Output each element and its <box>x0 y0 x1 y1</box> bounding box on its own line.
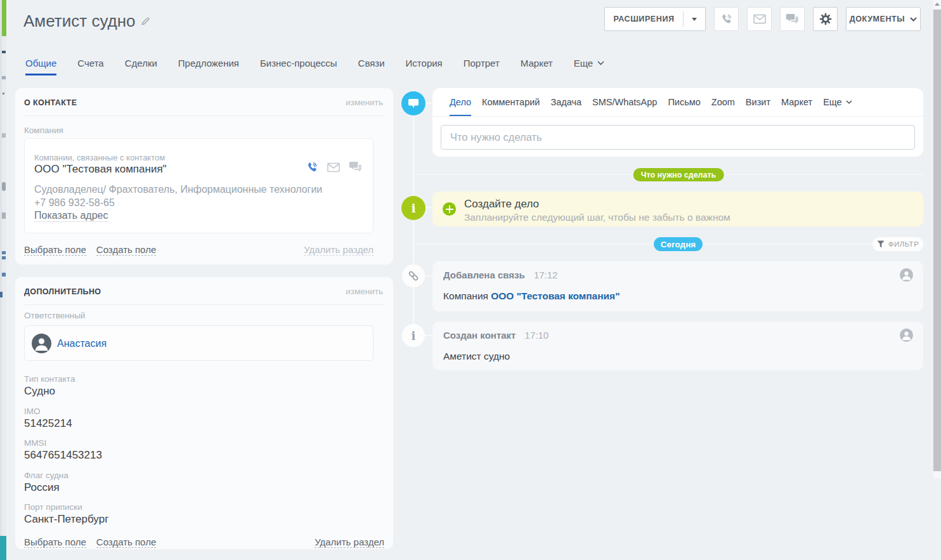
background-green-button-sliver <box>2 0 6 36</box>
background-page-edge-line <box>0 0 2 560</box>
company-contact-icons <box>306 161 362 173</box>
tab-label: Маркет <box>521 58 553 68</box>
tab-бизнес-процессы[interactable]: Бизнес-процессы <box>260 58 337 68</box>
timeline-entry-avatar <box>900 329 913 342</box>
create-activity-banner[interactable]: Создайте дело Запланируйте следующий шаг… <box>432 192 923 226</box>
composer-tab-дело[interactable]: Дело <box>450 88 471 116</box>
banner-subtitle: Запланируйте следующий шаг, чтобы не заб… <box>464 212 730 223</box>
timeline-entry-title: Добавлена связь <box>443 270 525 280</box>
composer-tab-визит[interactable]: Визит <box>746 88 770 116</box>
responsible-name-link[interactable]: Анастасия <box>57 338 107 349</box>
company-field-label: Компания <box>24 126 63 135</box>
info-i-glyph: i <box>412 329 416 342</box>
about-edit-link[interactable]: изменить <box>346 98 383 107</box>
field-label: Порт приписки <box>24 502 108 512</box>
field-label: Тип контакта <box>24 374 108 384</box>
company-industries: Судовладелец/ Фрахтователь, Информационн… <box>34 184 322 195</box>
banner-title: Создайте дело <box>464 198 539 211</box>
field-value: 51425214 <box>24 417 108 430</box>
documents-button-label: ДОКУМЕНТЫ <box>850 15 905 23</box>
composer-tab-письмо[interactable]: Письмо <box>668 88 700 116</box>
person-icon <box>32 334 51 353</box>
chat-icon <box>786 13 799 25</box>
chain-icon <box>408 270 419 282</box>
edit-title-icon[interactable] <box>141 17 150 25</box>
composer-tab-label: Комментарий <box>482 97 540 107</box>
background-mark-5 <box>2 182 6 191</box>
background-teal-widget-sliver <box>0 536 6 560</box>
tab-история[interactable]: История <box>406 58 443 68</box>
tab-счета[interactable]: Счета <box>77 58 103 68</box>
composer-hint-pill: Что нужно сделать <box>633 168 724 181</box>
documents-button[interactable]: ДОКУМЕНТЫ <box>846 7 921 31</box>
page-title-row: Аметист судно <box>23 11 150 31</box>
responsible-field-label: Ответственный <box>24 311 85 320</box>
timeline-entry-time: 17:10 <box>525 330 549 341</box>
additional-delete-section-link[interactable]: Удалить раздел <box>315 537 384 548</box>
timeline-info-icon-highlight: i <box>401 196 425 220</box>
tab-предложения[interactable]: Предложения <box>178 58 239 68</box>
timeline-filter-button[interactable]: ФИЛЬТР <box>873 237 923 251</box>
timeline-entry-company-link[interactable]: ООО "Тестовая компания" <box>491 290 620 301</box>
field-label: IMO <box>24 407 108 416</box>
composer-tab-задача[interactable]: Задача <box>550 88 581 116</box>
company-name-link[interactable]: ООО "Тестовая компания" <box>34 163 167 176</box>
timeline-entry-avatar <box>900 268 913 282</box>
page-title[interactable]: Аметист судно <box>23 11 136 31</box>
composer-tab-маркет[interactable]: Маркет <box>781 88 812 116</box>
scrollbar-up-arrow[interactable] <box>935 3 940 6</box>
background-mark-4 <box>2 133 6 138</box>
about-delete-section-link[interactable]: Удалить раздел <box>304 244 373 256</box>
timeline-entry-link-added[interactable]: Добавлена связь 17:12 Компания ООО "Тест… <box>432 261 923 311</box>
chevron-down-icon <box>846 100 852 104</box>
caret-down-icon <box>692 18 697 21</box>
additional-field-links: Выбрать поле Создать поле <box>24 537 156 548</box>
timeline-date-badge[interactable]: Сегодня <box>654 237 703 251</box>
email-button[interactable] <box>747 7 772 31</box>
crm-contact-page: Аметист судно РАСШИРЕНИЯ <box>0 0 941 560</box>
composer-tabs: ДелоКомментарийЗадачаSMS/WhatsAppПисьмоZ… <box>450 88 914 116</box>
composer-tab-еще[interactable]: Еще <box>823 88 852 116</box>
timeline-entry-body-prefix: Компания <box>443 290 491 301</box>
scrollbar-thumb[interactable] <box>933 10 941 471</box>
company-mail-icon[interactable] <box>327 162 340 173</box>
extensions-button[interactable]: РАСШИРЕНИЯ <box>604 7 706 31</box>
tab-маркет[interactable]: Маркет <box>521 58 553 68</box>
tab-связи[interactable]: Связи <box>358 58 385 68</box>
chat-button[interactable] <box>780 7 805 31</box>
tab-еще[interactable]: Еще <box>574 58 605 68</box>
tab-label: История <box>406 58 443 68</box>
info-i-glyph: i <box>411 201 415 215</box>
field-флаг-судна: Флаг суднаРоссия <box>24 471 108 494</box>
vertical-scrollbar[interactable] <box>933 0 941 478</box>
timeline-entry-contact-created[interactable]: Создан контакт 17:10 Аметист судно <box>432 322 923 370</box>
composer-tab-комментарий[interactable]: Комментарий <box>482 88 540 116</box>
additional-card-divider <box>24 304 384 305</box>
show-address-link[interactable]: Показать адрес <box>34 210 108 222</box>
tab-general[interactable]: Общие <box>25 58 56 68</box>
about-select-field-link[interactable]: Выбрать поле <box>24 244 86 256</box>
company-chat-icon[interactable] <box>349 161 362 173</box>
composer-tab-label: Маркет <box>781 97 812 107</box>
chevron-down-icon <box>597 61 604 65</box>
background-mark-9 <box>2 273 6 277</box>
composer-input[interactable] <box>441 125 915 150</box>
tab-сделки[interactable]: Сделки <box>125 58 157 68</box>
company-call-icon[interactable] <box>306 161 318 173</box>
additional-card-title: ДОПОЛНИТЕЛЬНО <box>24 287 101 296</box>
about-create-field-link[interactable]: Создать поле <box>96 244 156 256</box>
additional-select-field-link[interactable]: Выбрать поле <box>24 537 86 548</box>
call-button[interactable] <box>714 7 739 31</box>
settings-button[interactable] <box>813 7 838 31</box>
extensions-dropdown-arrow[interactable] <box>684 18 705 21</box>
composer-tab-zoom[interactable]: Zoom <box>711 88 735 116</box>
composer-tab-sms/whatsapp[interactable]: SMS/WhatsApp <box>592 88 657 116</box>
additional-edit-link[interactable]: изменить <box>346 287 383 296</box>
additional-card: ДОПОЛНИТЕЛЬНО изменить Ответственный Ана… <box>15 277 393 549</box>
background-mark-1 <box>2 51 6 53</box>
additional-create-field-link[interactable]: Создать поле <box>96 537 156 548</box>
timeline-entry-head: Добавлена связь 17:12 <box>443 270 557 280</box>
composer-tabs-divider <box>432 116 923 117</box>
timeline-entry-head: Создан контакт 17:10 <box>443 330 548 341</box>
tab-портрет[interactable]: Портрет <box>464 58 500 68</box>
